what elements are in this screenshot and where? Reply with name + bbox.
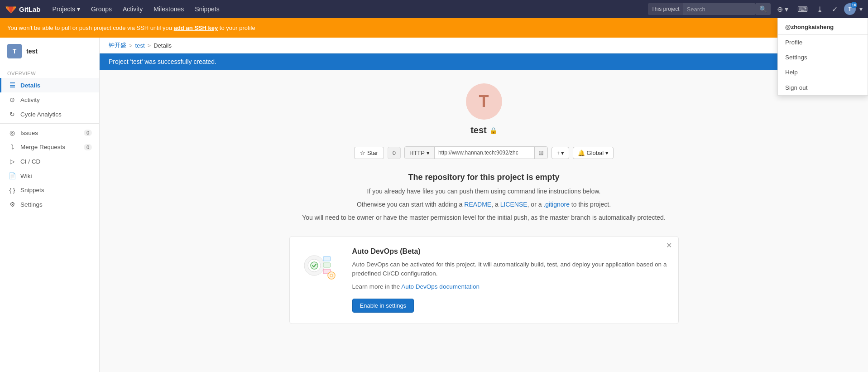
project-main-avatar: T [466, 83, 502, 120]
svg-rect-3 [323, 263, 331, 267]
chevron-down-icon[interactable]: ▾ [859, 5, 863, 13]
empty-repo-title: The repository for this project is empty [289, 173, 679, 182]
merge-requests-count-badge: 0 [84, 144, 92, 150]
cycle-analytics-icon: ↻ [9, 111, 16, 118]
breadcrumb-sep-2: > [148, 42, 151, 49]
devops-desc2: Learn more in the Auto DevOps documentat… [352, 282, 667, 291]
sidebar-project-avatar: T [7, 44, 22, 58]
ssh-warning-text: You won't be able to pull or push projec… [7, 24, 255, 31]
issues-icon[interactable]: ✓ [829, 3, 840, 15]
project-area: T test 🔒 ☆ Star 0 HTTP ▾ [280, 70, 688, 338]
sidebar-project-name: test [26, 48, 38, 55]
success-banner: Project 'test' was successfully created. [100, 53, 868, 70]
breadcrumb-sep-1: > [129, 42, 133, 49]
svg-rect-2 [323, 256, 331, 261]
snippets-icon: { } [9, 187, 16, 193]
devops-icon [301, 247, 341, 284]
add-ssh-key-link[interactable]: add an SSH key [174, 24, 218, 31]
clone-url-input[interactable] [435, 147, 534, 158]
chevron-down-icon: ▾ [77, 5, 80, 13]
sidebar-item-settings[interactable]: ⚙ Settings [0, 197, 99, 212]
star-button[interactable]: ☆ Star [354, 147, 384, 159]
user-dropdown: @zhongkaisheng Profile Settings Help Sig… [777, 18, 868, 96]
sidebar: T test Overview ☰ Details ⊙ Activity ↻ C… [0, 38, 100, 372]
page-layout: T test Overview ☰ Details ⊙ Activity ↻ C… [0, 38, 868, 372]
merge-requests-icon[interactable]: ⤓ [814, 3, 825, 15]
empty-repo-section: The repository for this project is empty… [289, 173, 679, 222]
breadcrumb-current: Details [153, 42, 172, 49]
breadcrumb-namespace[interactable]: 钟开盛 [109, 41, 126, 49]
sidebar-item-merge-requests[interactable]: ⤵ Merge Requests 0 [0, 140, 99, 154]
sidebar-divider-1 [0, 123, 99, 124]
ssh-warning-banner: You won't be able to pull or push projec… [0, 18, 868, 38]
issues-icon: ◎ [9, 129, 16, 136]
nav-projects[interactable]: Projects ▾ [48, 4, 85, 14]
sidebar-item-issues[interactable]: ◎ Issues 0 [0, 126, 99, 140]
create-button[interactable]: ⊕ ▾ [774, 3, 791, 15]
devops-illustration [301, 247, 341, 284]
dropdown-item-sign-out[interactable]: Sign out [778, 80, 868, 95]
sidebar-item-wiki[interactable]: 📄 Wiki [0, 169, 99, 183]
star-icon: ☆ [360, 150, 365, 156]
nav-activity[interactable]: Activity [118, 4, 147, 14]
search-box: This project 🔍 [648, 3, 771, 15]
dropdown-item-profile[interactable]: Profile [778, 35, 868, 50]
empty-repo-line1: If you already have files you can push t… [289, 187, 679, 196]
devops-content: Auto DevOps (Beta) Auto DevOps can be ac… [352, 247, 667, 313]
gitlab-logo-icon [5, 4, 16, 14]
user-avatar[interactable]: T 16 [844, 3, 856, 15]
issues-count-badge: 0 [84, 130, 92, 136]
devops-desc1: Auto DevOps can be activated for this pr… [352, 260, 667, 279]
sidebar-item-ci-cd[interactable]: ▷ CI / CD [0, 154, 99, 169]
new-file-button[interactable]: + ▾ [551, 147, 569, 159]
svg-point-7 [330, 274, 333, 277]
sidebar-item-activity[interactable]: ⊙ Activity [0, 92, 99, 107]
copy-url-button[interactable]: ⊞ [534, 147, 547, 159]
star-count: 0 [388, 147, 401, 159]
brand-name: GitLab [19, 5, 41, 13]
svg-point-5 [311, 262, 318, 269]
notification-badge: 16 [851, 2, 857, 8]
main-content: 钟开盛 > test > Details Project 'test' was … [100, 38, 868, 372]
sidebar-item-details[interactable]: ☰ Details [0, 78, 99, 92]
license-link[interactable]: LICENSE [500, 201, 528, 208]
sidebar-project-info: T test [0, 38, 99, 65]
clone-url-group: HTTP ▾ ⊞ [404, 146, 548, 159]
project-header: T test 🔒 [289, 83, 679, 135]
sidebar-item-cycle-analytics[interactable]: ↻ Cycle Analytics [0, 107, 99, 121]
nav-snippets[interactable]: Snippets [190, 4, 224, 14]
action-bar: ☆ Star 0 HTTP ▾ ⊞ + ▾ 🔔 [289, 146, 679, 159]
merge-requests-icon: ⤵ [9, 144, 16, 150]
details-icon: ☰ [9, 82, 16, 89]
search-input[interactable] [683, 3, 756, 15]
notifications-button[interactable]: 🔔 Global ▾ [573, 147, 614, 159]
enable-devops-button[interactable]: Enable in settings [352, 299, 414, 313]
breadcrumb-project[interactable]: test [135, 42, 145, 49]
keyboard-shortcuts-icon[interactable]: ⌨ [795, 3, 810, 15]
project-title: test 🔒 [470, 125, 497, 135]
close-devops-card-button[interactable]: ✕ [666, 241, 672, 250]
navbar-right: This project 🔍 ⊕ ▾ ⌨ ⤓ ✓ T 16 ▾ [648, 3, 863, 15]
chevron-down-icon: ▾ [427, 150, 430, 156]
top-navbar: GitLab Projects ▾ Groups Activity Milest… [0, 0, 868, 18]
devops-title: Auto DevOps (Beta) [352, 247, 667, 256]
chevron-down-icon: ▾ [605, 150, 609, 156]
main-nav: Projects ▾ Groups Activity Milestones Sn… [48, 4, 648, 14]
dropdown-item-help[interactable]: Help [778, 65, 868, 80]
nav-groups[interactable]: Groups [86, 4, 116, 14]
dropdown-username: @zhongkaisheng [778, 18, 868, 34]
chevron-down-icon: ▾ [561, 150, 564, 156]
search-icon[interactable]: 🔍 [756, 3, 771, 15]
empty-repo-line2: Otherwise you can start with adding a RE… [289, 200, 679, 209]
sidebar-item-snippets[interactable]: { } Snippets [0, 183, 99, 197]
dropdown-item-settings[interactable]: Settings [778, 50, 868, 65]
brand[interactable]: GitLab [5, 4, 41, 14]
sidebar-nav: Overview ☰ Details ⊙ Activity ↻ Cycle An… [0, 65, 99, 372]
activity-icon: ⊙ [9, 96, 16, 103]
nav-milestones[interactable]: Milestones [149, 4, 188, 14]
devops-docs-link[interactable]: Auto DevOps documentation [401, 283, 480, 290]
gitignore-link[interactable]: .gitignore [543, 201, 570, 208]
readme-link[interactable]: README [464, 201, 491, 208]
auto-devops-card: ✕ [289, 236, 679, 324]
clone-protocol-selector[interactable]: HTTP ▾ [405, 147, 435, 159]
